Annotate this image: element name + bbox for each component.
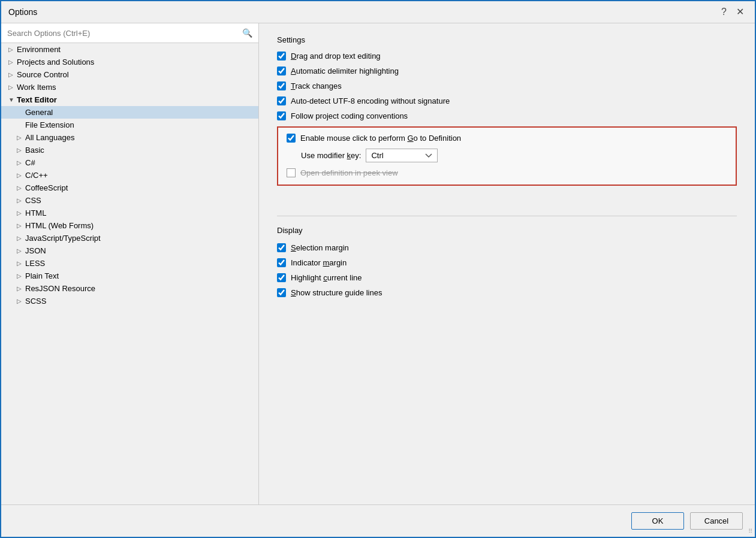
selection-margin-label: Selection margin xyxy=(291,243,349,252)
sidebar-item-css[interactable]: ▷ CSS xyxy=(1,194,258,207)
settings-label: Settings xyxy=(277,35,737,44)
sidebar-item-label: CoffeeScript xyxy=(25,183,254,192)
arrow-icon: ▷ xyxy=(17,210,25,216)
sidebar-item-label: Text Editor xyxy=(17,95,254,104)
sidebar-item-file-extension[interactable]: File Extension xyxy=(1,119,258,131)
arrow-icon: ▷ xyxy=(8,84,17,90)
sidebar-item-label: Work Items xyxy=(17,83,254,92)
highlight-line-row: Highlight current line xyxy=(277,273,737,282)
sidebar-item-label: Plain Text xyxy=(25,271,254,280)
drag-drop-label: Drag and drop text editing xyxy=(291,52,381,61)
sidebar-item-label: Basic xyxy=(25,146,254,155)
arrow-icon: ▷ xyxy=(17,247,25,254)
sidebar-item-label: C# xyxy=(25,158,254,167)
options-dialog: Options ? ✕ 🔍 ▷ Environment xyxy=(0,0,756,538)
search-box[interactable]: 🔍 xyxy=(1,23,258,43)
indicator-margin-checkbox[interactable] xyxy=(277,258,286,267)
auto-delimiter-row: Automatic delimiter highlighting xyxy=(277,67,737,75)
right-panel: Settings Drag and drop text editing Auto… xyxy=(259,23,755,504)
structure-guides-checkbox[interactable] xyxy=(277,288,286,297)
arrow-icon: ▷ xyxy=(17,235,25,241)
tree-inner[interactable]: ▷ Environment ▷ Projects and Solutions ▷… xyxy=(1,43,258,504)
dialog-title: Options xyxy=(8,7,37,17)
track-changes-label: Track changes xyxy=(291,81,342,90)
sidebar-item-label: JavaScript/TypeScript xyxy=(25,234,254,243)
highlight-line-checkbox[interactable] xyxy=(277,273,286,282)
sidebar-item-label: HTML xyxy=(25,208,254,217)
arrow-icon: ▷ xyxy=(8,46,17,53)
modifier-select[interactable]: Ctrl Alt Shift xyxy=(366,149,438,162)
drag-drop-checkbox[interactable] xyxy=(277,52,286,61)
highlight-line-label: Highlight current line xyxy=(291,273,362,282)
sidebar-item-general[interactable]: General xyxy=(1,106,258,119)
ok-button[interactable]: OK xyxy=(631,512,684,530)
arrow-icon: ▷ xyxy=(17,185,25,191)
sidebar-item-work-items[interactable]: ▷ Work Items xyxy=(1,81,258,93)
sidebar-item-csharp[interactable]: ▷ C# xyxy=(1,156,258,169)
sidebar-item-html-webforms[interactable]: ▷ HTML (Web Forms) xyxy=(1,219,258,232)
arrow-icon: ▷ xyxy=(17,197,25,204)
open-definition-row: Open definition in peek view xyxy=(287,167,727,179)
follow-coding-checkbox[interactable] xyxy=(277,111,286,120)
arrow-icon: ▼ xyxy=(8,96,17,103)
drag-drop-row: Drag and drop text editing xyxy=(277,52,737,61)
modifier-label: Use modifier key: xyxy=(301,151,361,160)
track-changes-checkbox[interactable] xyxy=(277,81,286,90)
goto-definition-box: Enable mouse click to perform Go to Defi… xyxy=(277,126,737,186)
help-button[interactable]: ? xyxy=(718,6,730,18)
sidebar-item-label: Projects and Solutions xyxy=(17,58,254,67)
bottom-bar: OK Cancel xyxy=(1,504,755,537)
sidebar-item-projects-solutions[interactable]: ▷ Projects and Solutions xyxy=(1,56,258,68)
sidebar-item-cpp[interactable]: ▷ C/C++ xyxy=(1,169,258,182)
arrow-icon: ▷ xyxy=(8,59,17,65)
structure-guides-label: Show structure guide lines xyxy=(291,288,382,297)
resize-handle[interactable]: ⠿ xyxy=(748,528,752,534)
auto-detect-row: Auto-detect UTF-8 encoding without signa… xyxy=(277,96,737,105)
sidebar-item-label: General xyxy=(25,108,254,117)
sidebar-item-environment[interactable]: ▷ Environment xyxy=(1,43,258,56)
arrow-icon: ▷ xyxy=(17,285,25,292)
selection-margin-row: Selection margin xyxy=(277,243,737,252)
follow-coding-label: Follow project coding conventions xyxy=(291,111,408,120)
arrow-icon: ▷ xyxy=(8,71,17,78)
auto-delimiter-checkbox[interactable] xyxy=(277,67,286,75)
sidebar-item-resjson[interactable]: ▷ ResJSON Resource xyxy=(1,282,258,295)
auto-detect-checkbox[interactable] xyxy=(277,96,286,105)
enable-mouse-checkbox[interactable] xyxy=(287,134,296,143)
close-button[interactable]: ✕ xyxy=(733,6,748,18)
selection-margin-checkbox[interactable] xyxy=(277,243,286,252)
modifier-row: Use modifier key: Ctrl Alt Shift xyxy=(301,149,727,162)
sidebar-item-html[interactable]: ▷ HTML xyxy=(1,207,258,219)
open-definition-checkbox[interactable] xyxy=(287,168,296,177)
search-icon: 🔍 xyxy=(242,28,252,38)
cancel-button[interactable]: Cancel xyxy=(690,512,743,530)
arrow-icon: ▷ xyxy=(17,273,25,279)
sidebar-item-source-control[interactable]: ▷ Source Control xyxy=(1,68,258,81)
arrow-icon: ▷ xyxy=(17,298,25,304)
indicator-margin-row: Indicator margin xyxy=(277,258,737,267)
sidebar-item-plain-text[interactable]: ▷ Plain Text xyxy=(1,270,258,282)
main-content: 🔍 ▷ Environment ▷ Projects and Solutions… xyxy=(1,23,755,504)
title-bar: Options ? ✕ xyxy=(1,1,755,23)
sidebar-item-basic[interactable]: ▷ Basic xyxy=(1,144,258,156)
follow-coding-row: Follow project coding conventions xyxy=(277,111,737,120)
arrow-icon: ▷ xyxy=(17,134,25,141)
sidebar-item-scss[interactable]: ▷ SCSS xyxy=(1,295,258,307)
sidebar-item-js-ts[interactable]: ▷ JavaScript/TypeScript xyxy=(1,232,258,244)
sidebar-item-label: ResJSON Resource xyxy=(25,284,254,293)
sidebar-item-less[interactable]: ▷ LESS xyxy=(1,257,258,270)
sidebar-item-all-languages[interactable]: ▷ All Languages xyxy=(1,131,258,144)
sidebar-item-label: Environment xyxy=(17,45,254,54)
display-section: Display Selection margin Indicator margi… xyxy=(277,226,737,303)
auto-delimiter-label: Automatic delimiter highlighting xyxy=(291,67,399,75)
sidebar-item-label: CSS xyxy=(25,196,254,205)
search-input[interactable] xyxy=(7,29,242,38)
sidebar-item-label: JSON xyxy=(25,246,254,255)
sidebar-item-text-editor[interactable]: ▼ Text Editor xyxy=(1,93,258,106)
track-changes-row: Track changes xyxy=(277,81,737,90)
auto-detect-label: Auto-detect UTF-8 encoding without signa… xyxy=(291,96,450,105)
sidebar-item-json[interactable]: ▷ JSON xyxy=(1,244,258,257)
sidebar-item-coffeescript[interactable]: ▷ CoffeeScript xyxy=(1,182,258,194)
sidebar-item-label: Source Control xyxy=(17,70,254,79)
separator xyxy=(277,216,737,216)
